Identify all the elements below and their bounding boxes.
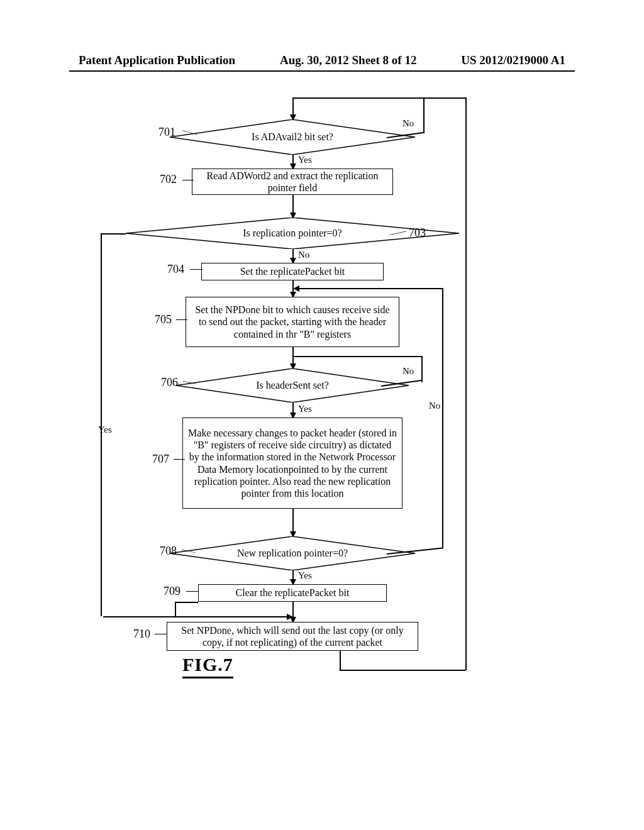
decision-706: Is headerSent set? [176,368,409,402]
branch-no: No [429,401,440,411]
process-710: Set NPDone, which will send out the last… [167,622,418,651]
ref-705: 705 [155,313,172,326]
connector [101,233,102,672]
leader-line [186,591,199,597]
ref-701: 701 [158,126,175,139]
connector [299,288,443,289]
connector [292,97,294,116]
connector [340,651,341,670]
decision-708-text: New replication pointer=0? [170,536,415,570]
decision-708: New replication pointer=0? [170,536,415,570]
branch-no: No [298,250,309,260]
connector [465,97,467,670]
connector [101,233,126,235]
leader-line [176,319,187,326]
decision-701-text: Is ADAvail2 bit set? [170,119,415,155]
figure-label: FIG.7 [182,654,233,678]
connector [340,670,465,671]
header-left: Patent Application Publication [79,53,235,67]
process-702-text: Read ADWord2 and extract the replication… [197,170,387,194]
arrow-right-icon [287,614,293,620]
process-707: Make necessary changes to packet header … [182,418,402,509]
ref-707: 707 [152,453,169,466]
branch-no: No [402,118,414,129]
connector [175,602,198,603]
connector [442,288,443,548]
connector [292,97,424,99]
branch-no: No [402,366,414,377]
header-rule [69,70,575,72]
connector [423,97,425,133]
process-709: Clear the replicatePacket bit [198,584,387,602]
process-702: Read ADWord2 and extract the replication… [192,169,393,195]
header-center: Aug. 30, 2012 Sheet 8 of 12 [280,53,416,67]
leader-line [190,269,203,275]
connector [293,356,422,357]
process-709-text: Clear the replicatePacket bit [236,587,350,599]
leader-line [155,634,167,640]
connector [421,356,423,382]
branch-yes: Yes [298,155,312,165]
ref-703: 703 [409,226,426,240]
process-710-text: Set NPDone, which will send out the last… [172,624,413,648]
branch-yes: Yes [298,570,312,581]
process-705: Set the NPDone bit to which causes recei… [186,297,399,347]
branch-yes: Yes [298,404,312,414]
process-705-text: Set the NPDone bit to which causes recei… [191,304,394,340]
header-right: US 2012/0219000 A1 [461,53,565,67]
ref-708: 708 [160,545,177,558]
connector [175,602,176,617]
connector [292,509,294,534]
decision-706-text: Is headerSent set? [176,368,409,402]
ref-706: 706 [161,376,178,389]
mask [99,616,103,676]
ref-709: 709 [164,585,180,598]
process-704-text: Set the replicatePacket bit [240,265,345,277]
flowchart: Is ADAvail2 bit set? 701 No Yes Read ADW… [101,101,553,792]
ref-704: 704 [167,263,184,276]
process-704: Set the replicatePacket bit [201,263,384,280]
arrow-left-icon [293,285,299,292]
page-header: Patent Application Publication Aug. 30, … [0,53,644,67]
branch-yes: Yes [98,424,112,435]
ref-710: 710 [133,628,150,641]
leader-line [182,180,194,186]
connector [423,97,466,99]
process-707-text: Make necessary changes to packet header … [188,427,397,499]
decision-701: Is ADAvail2 bit set? [170,119,415,155]
ref-702: 702 [160,173,177,186]
connector [101,616,289,617]
leader-line [174,459,185,465]
